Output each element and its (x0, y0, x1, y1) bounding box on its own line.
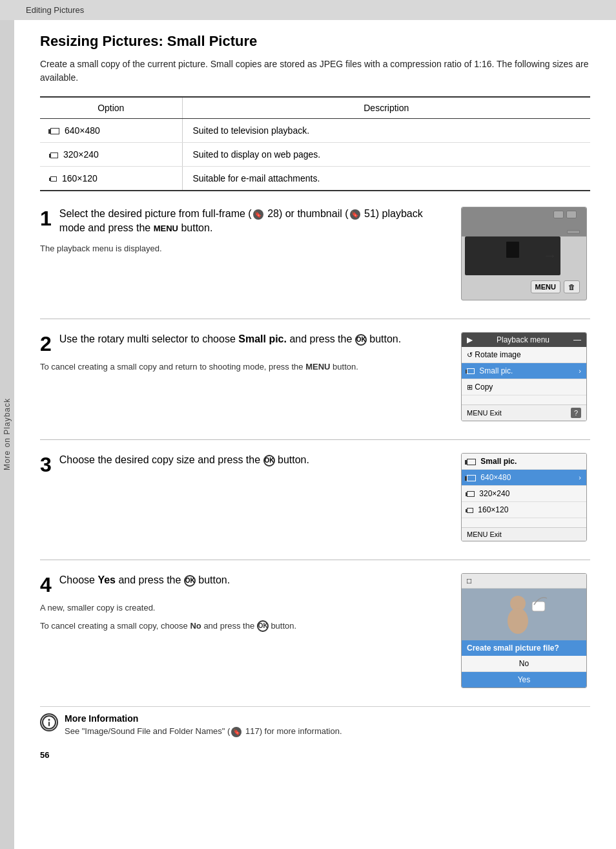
dial-2 (566, 211, 577, 218)
option-cell: 320×240 (40, 143, 182, 167)
step-2-body: To cancel creating a small copy and retu… (40, 361, 448, 373)
camera-top (462, 207, 586, 236)
more-info-icon (40, 713, 58, 731)
chevron-640: › (579, 474, 581, 481)
menu-button: MENU (531, 280, 560, 293)
icon-item-160 (467, 508, 473, 513)
sidebar: More on Playback (0, 20, 14, 849)
step-4-bold-yes: Yes (98, 574, 116, 585)
camera-grip (567, 230, 580, 234)
smallpic-icon (467, 368, 475, 374)
dialog-question: Create small picture file? (462, 640, 586, 656)
step-1-number: 1 (40, 208, 52, 229)
playback-menu: ▶ Playback menu — ↺ Rotate image (461, 332, 587, 421)
menu-item-copy: ⊞ Copy (462, 379, 586, 395)
page: Editing Pictures More on Playback Resizi… (0, 0, 616, 849)
menu-label-1: MENU (154, 224, 178, 233)
small-pic-menu: Small pic. 640×480 › 32 (461, 453, 587, 541)
menu-item-rotate: ↺ Rotate image (462, 347, 586, 363)
svg-point-4 (48, 719, 50, 721)
step-1-image: → MENU 🗑 (461, 207, 590, 300)
dialog-no: No (462, 656, 586, 672)
item-320: 320×240 (467, 489, 509, 498)
top-bar-label: Editing Pictures (26, 5, 84, 15)
step-3-divider (40, 560, 590, 560)
step-2-left: 2 Use the rotary multi selector to choos… (40, 332, 448, 373)
main-content: Resizing Pictures: Small Picture Create … (14, 20, 616, 849)
ok-btn-3: OK (263, 455, 275, 466)
option-640-label: 640×480 (65, 125, 100, 136)
info-icon-svg (42, 715, 56, 729)
step-2-divider (40, 439, 590, 440)
more-info-content: More Information See "Image/Sound File a… (65, 713, 590, 737)
ref-icon-2: 🔖 (350, 209, 360, 220)
step-4-image: □ Create small pictur (461, 573, 590, 688)
trash-button: 🗑 (564, 280, 580, 293)
step-4-body: A new, smaller copy is created. To cance… (40, 602, 448, 632)
step-3-number: 3 (40, 454, 52, 475)
item-160: 160×120 (467, 505, 508, 514)
top-bar: Editing Pictures (0, 0, 616, 20)
ok-btn-2: OK (355, 334, 367, 346)
desc-640: Suited to television playback. (182, 119, 590, 143)
step-2-bold: Small pic. (238, 333, 287, 344)
small-pic-item-320: 320×240 (462, 486, 586, 502)
option-160-label: 160×120 (62, 173, 98, 183)
table-row: 160×120 Suitable for e-mail attachments. (40, 167, 590, 191)
playback-dash: — (573, 335, 581, 344)
arrow-icon: → (543, 247, 557, 264)
dialog-title-icon: □ (467, 576, 471, 585)
page-title: Resizing Pictures: Small Picture (40, 33, 590, 50)
ok-btn-4: OK (184, 575, 196, 587)
playback-title: Playback menu (497, 335, 549, 344)
playback-icon: ▶ (467, 335, 473, 344)
step-2-number: 2 (40, 333, 52, 354)
step-1-header: 1 Select the desired picture from full-f… (40, 207, 448, 236)
intro-text: Create a small copy of the current pictu… (40, 58, 590, 85)
col-option: Option (40, 97, 182, 119)
desc-160: Suitable for e-mail attachments. (182, 167, 590, 191)
svg-point-1 (508, 608, 528, 634)
step-4-header: 4 Choose Yes and press the OK button. (40, 573, 448, 595)
table-row: 320×240 Suited to display on web pages. (40, 143, 590, 167)
playback-menu-header: ▶ Playback menu — (462, 333, 586, 347)
dialog-yes: Yes (462, 672, 586, 687)
step-1-divider (40, 319, 590, 319)
menu-exit-label: MENU Exit (467, 409, 502, 417)
step-4-body-2: To cancel creating a small copy, choose … (40, 620, 448, 633)
icon-item-320 (467, 491, 475, 497)
copy-icon: ⊞ (467, 383, 473, 391)
chevron-icon: › (579, 367, 581, 375)
col-description: Description (182, 97, 590, 119)
option-cell: 160×120 (40, 167, 182, 191)
svg-rect-5 (48, 722, 50, 726)
dialog-preview (462, 589, 586, 640)
more-info-text: See "Image/Sound File and Folder Names" … (65, 726, 590, 737)
step-1: 1 Select the desired picture from full-f… (40, 207, 590, 300)
ok-btn-4b: OK (257, 620, 269, 632)
dialog-illustration (498, 592, 550, 637)
step-3-header: 3 Choose the desired copy size and press… (40, 453, 448, 475)
step-4-left: 4 Choose Yes and press the OK button. A … (40, 573, 448, 632)
desc-320: Suited to display on web pages. (182, 143, 590, 167)
menu-label-2: MENU (305, 362, 330, 372)
small-pic-item-640: 640×480 › (462, 470, 586, 486)
small-pic-item-160: 160×120 (462, 502, 586, 518)
step-4-bold-no: No (190, 621, 201, 631)
options-table: Option Description 640×480 Suited to tel… (40, 96, 590, 191)
icon-160 (50, 176, 57, 182)
rotate-label: ↺ Rotate image (467, 350, 521, 359)
copy-label: ⊞ Copy (467, 383, 493, 392)
table-row: 640×480 Suited to television playback. (40, 119, 590, 143)
menu-item-smallpic: Small pic. › (462, 363, 586, 379)
step-1-left: 1 Select the desired picture from full-f… (40, 207, 448, 255)
step-1-body: The playback menu is displayed. (40, 242, 448, 255)
dial-1 (553, 211, 564, 218)
item-640: 640×480 (467, 473, 511, 482)
step-3-left: 3 Choose the desired copy size and press… (40, 453, 448, 481)
small-pic-spacer (462, 518, 586, 527)
dialog-title-bar: □ (462, 574, 586, 589)
ref-icon-3: 🔖 (231, 727, 241, 737)
create-dialog: □ Create small pictur (461, 573, 587, 688)
help-badge: ? (571, 408, 581, 418)
